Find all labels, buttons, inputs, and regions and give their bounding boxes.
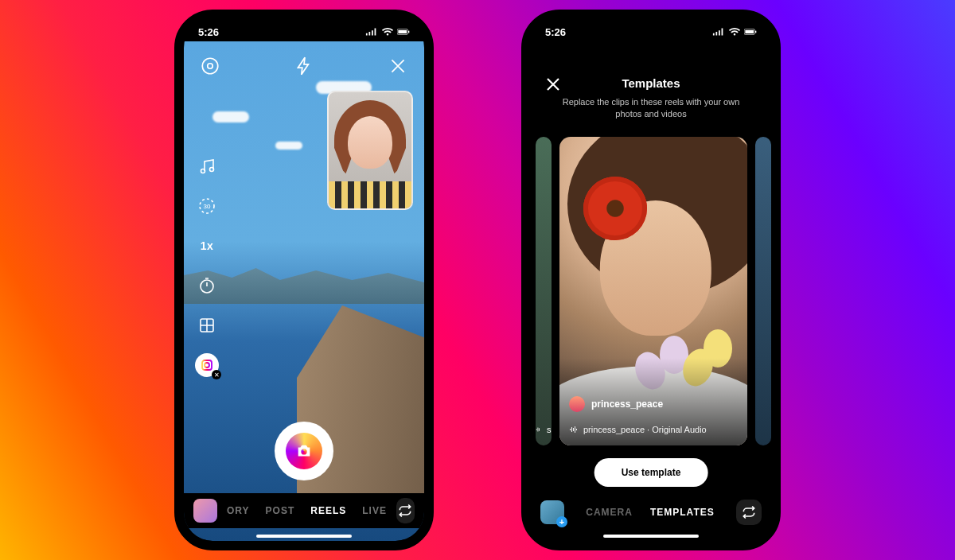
- flip-camera-button[interactable]: [396, 498, 415, 523]
- home-indicator: [256, 535, 352, 538]
- phone-templates: 5:26 Templates Replace the clips in thes…: [521, 10, 781, 550]
- mode-post[interactable]: POST: [266, 505, 295, 516]
- mode-bar: ORY POST REELS LIVE: [184, 493, 424, 528]
- svg-rect-11: [202, 360, 212, 370]
- effects-icon[interactable]: ✕: [195, 353, 219, 377]
- svg-text:30: 30: [204, 203, 211, 210]
- template-card-peek-right[interactable]: s: [755, 137, 771, 445]
- close-icon[interactable]: [386, 54, 410, 78]
- mode-selector[interactable]: CAMERA TEMPLATES: [574, 507, 727, 518]
- record-button-inner: [286, 433, 322, 469]
- status-icons: [712, 27, 757, 37]
- audio-bars-icon: [569, 425, 579, 434]
- page-title: Templates: [531, 76, 771, 90]
- wifi-icon: [728, 27, 741, 37]
- notch: [591, 19, 711, 40]
- template-card[interactable]: princess_peace princess_peace · Original…: [559, 137, 747, 445]
- svg-rect-14: [745, 30, 754, 33]
- template-carousel[interactable]: princess_peace princess_peace · Original…: [531, 137, 771, 445]
- mode-templates[interactable]: TEMPLATES: [650, 507, 715, 518]
- timer-icon[interactable]: [195, 274, 219, 298]
- wifi-icon: [381, 27, 394, 37]
- svg-point-5: [201, 169, 205, 173]
- template-audio-label: princess_peace · Original Audio: [583, 425, 707, 434]
- svg-point-6: [210, 168, 214, 172]
- duration-icon[interactable]: 30: [195, 194, 219, 218]
- svg-point-4: [208, 64, 213, 69]
- record-button[interactable]: [275, 422, 333, 480]
- template-username: princess_peace: [591, 399, 663, 410]
- status-time: 5:26: [545, 26, 566, 38]
- effects-remove-icon[interactable]: ✕: [212, 370, 221, 379]
- page-subtitle: Replace the clips in these reels with yo…: [559, 96, 743, 120]
- home-indicator: [603, 535, 699, 538]
- side-tools: 30 1x ✕: [195, 154, 219, 377]
- top-controls: [184, 54, 424, 78]
- template-card-peek-left[interactable]: [536, 137, 552, 445]
- battery-icon: [744, 27, 757, 37]
- settings-icon[interactable]: [198, 54, 222, 78]
- template-author[interactable]: princess_peace: [569, 396, 663, 412]
- mode-reels[interactable]: REELS: [310, 505, 346, 516]
- cellular-icon: [365, 27, 378, 37]
- notch: [244, 19, 364, 40]
- svg-rect-1: [398, 30, 407, 33]
- battery-icon: [397, 27, 410, 37]
- mode-camera[interactable]: CAMERA: [586, 507, 633, 518]
- phone-reels-camera: 5:26 30 1x: [174, 10, 434, 550]
- flip-camera-button[interactable]: [736, 500, 762, 525]
- templates-header: Templates Replace the clips in these ree…: [531, 76, 771, 120]
- mode-live[interactable]: LIVE: [362, 505, 387, 516]
- cellular-icon: [712, 27, 725, 37]
- use-template-button[interactable]: Use template: [594, 458, 708, 487]
- layout-icon[interactable]: [195, 313, 219, 337]
- mode-bar: CAMERA TEMPLATES: [531, 495, 771, 530]
- svg-rect-2: [408, 31, 409, 33]
- flash-icon[interactable]: [292, 54, 316, 78]
- status-time: 5:26: [198, 26, 219, 38]
- svg-rect-15: [755, 31, 756, 33]
- speed-button[interactable]: 1x: [195, 234, 219, 258]
- avatar: [569, 396, 585, 412]
- mode-selector[interactable]: ORY POST REELS LIVE: [227, 505, 387, 516]
- svg-point-12: [205, 363, 209, 368]
- front-camera-preview[interactable]: [327, 91, 413, 210]
- templates-screen: Templates Replace the clips in these ree…: [531, 41, 771, 541]
- status-icons: [365, 27, 410, 37]
- template-audio[interactable]: princess_peace · Original Audio: [569, 425, 738, 434]
- svg-point-3: [202, 58, 218, 74]
- gallery-button[interactable]: [193, 499, 217, 523]
- gallery-add-button[interactable]: [540, 500, 564, 524]
- mode-story[interactable]: ORY: [227, 505, 250, 516]
- audio-icon[interactable]: [195, 154, 219, 178]
